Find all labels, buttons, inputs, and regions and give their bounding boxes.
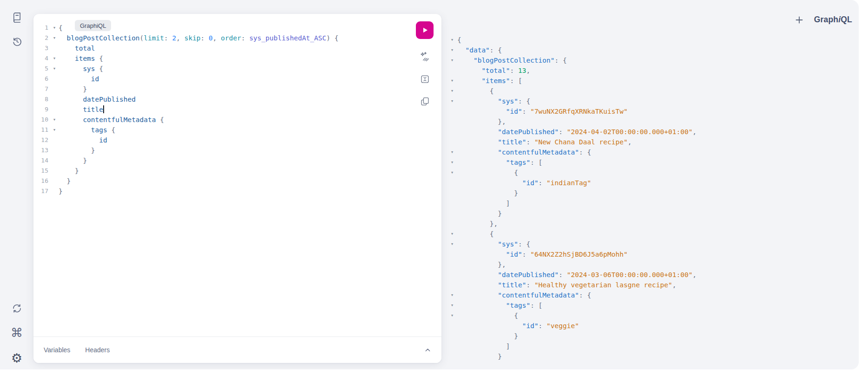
fold-gutter <box>447 178 457 188</box>
fold-arrow[interactable]: ▾ <box>50 64 59 74</box>
code-text: "id": "indianTag" <box>457 178 859 188</box>
code-text: } <box>59 155 409 166</box>
graphiql-app: ⌘ ⚙ GraphiQL 1▾{2▾ blogPostCollection(li… <box>0 0 859 369</box>
code-text: "id": "64NX2Z2hSjBD6J5a6pMohh" <box>457 249 859 259</box>
code-text: } <box>59 176 409 186</box>
fold-gutter <box>50 166 59 176</box>
fold-gutter <box>50 84 59 94</box>
fold-arrow[interactable]: ▾ <box>447 229 457 239</box>
fold-gutter <box>50 155 59 166</box>
sidebar: ⌘ ⚙ <box>0 0 33 369</box>
session-tab[interactable]: GraphiQL <box>75 20 111 31</box>
fold-gutter <box>447 321 457 331</box>
fold-gutter <box>50 74 59 84</box>
line-number: 1 <box>33 23 50 33</box>
fold-arrow[interactable]: ▾ <box>50 53 59 64</box>
code-text: } <box>59 186 409 196</box>
fold-arrow[interactable]: ▾ <box>447 55 457 65</box>
fold-arrow[interactable]: ▾ <box>447 35 457 45</box>
response-line: ▾ { <box>447 168 859 178</box>
settings-icon[interactable]: ⚙ <box>7 349 26 368</box>
history-icon[interactable] <box>7 32 26 51</box>
docs-icon[interactable] <box>7 8 26 26</box>
line-number: 8 <box>33 94 50 104</box>
response-line: }, <box>447 116 859 127</box>
code-text: "items": [ <box>457 76 859 86</box>
tab-headers[interactable]: Headers <box>85 346 110 354</box>
line-number: 12 <box>33 135 50 145</box>
graphiql-logo: GraphiQL <box>814 15 852 25</box>
fold-arrow[interactable]: ▾ <box>447 157 457 168</box>
refetch-schema-icon[interactable] <box>7 299 26 317</box>
response-line: ▾{ <box>447 35 859 45</box>
code-text: blogPostCollection(limit: 2, skip: 0, or… <box>59 33 409 43</box>
fold-arrow[interactable]: ▾ <box>447 168 457 178</box>
fold-arrow[interactable]: ▾ <box>447 76 457 86</box>
code-text: { <box>457 168 859 178</box>
fold-arrow[interactable]: ▾ <box>447 86 457 96</box>
line-number: 11 <box>33 125 50 135</box>
fold-arrow[interactable]: ▾ <box>447 300 457 310</box>
response-line: "id": "7wuNX2GRfqXRNkaTKuisTw" <box>447 106 859 116</box>
fold-arrow[interactable]: ▾ <box>50 115 59 125</box>
code-text: { <box>457 86 859 96</box>
fold-arrow[interactable]: ▾ <box>447 290 457 300</box>
fold-arrow[interactable]: ▾ <box>447 147 457 157</box>
response-viewer: ▾{▾ "data": {▾ "blogPostCollection": { "… <box>442 0 859 369</box>
response-line: ▾ "sys": { <box>447 239 859 249</box>
fold-arrow[interactable]: ▾ <box>447 310 457 321</box>
fold-arrow[interactable]: ▾ <box>447 45 457 55</box>
tabs-header: GraphiQL <box>796 15 852 25</box>
fold-gutter <box>50 135 59 145</box>
add-tab-button[interactable] <box>796 16 803 24</box>
response-line: ▾ { <box>447 86 859 96</box>
tab-variables[interactable]: Variables <box>44 346 70 354</box>
query-editor[interactable]: 1▾{2▾ blogPostCollection(limit: 2, skip:… <box>33 23 409 196</box>
code-text: } <box>457 351 859 362</box>
response-line: ▾ "sys": { <box>447 96 859 106</box>
fold-arrow[interactable]: ▾ <box>50 125 59 135</box>
query-line: 10▾ contentfulMetadata { <box>33 115 409 125</box>
response-line: ] <box>447 198 859 208</box>
fold-gutter <box>447 280 457 290</box>
response-line: ▾ "blogPostCollection": { <box>447 55 859 65</box>
code-text: "datePublished": "2024-03-06T00:00:00.00… <box>457 270 859 280</box>
fold-arrow[interactable]: ▾ <box>50 23 59 33</box>
query-line: 14 } <box>33 155 409 166</box>
prettify-icon[interactable] <box>419 51 430 62</box>
code-text: "sys": { <box>457 96 859 106</box>
line-number: 3 <box>33 43 50 53</box>
fold-arrow[interactable]: ▾ <box>50 33 59 43</box>
query-line: 3 total <box>33 43 409 53</box>
fold-gutter <box>447 219 457 229</box>
execute-button[interactable] <box>416 21 434 39</box>
collapse-editor-tools-button[interactable] <box>424 347 431 354</box>
response-line: ▾ "contentfulMetadata": { <box>447 147 859 157</box>
code-text: } <box>457 188 859 198</box>
fold-gutter <box>50 176 59 186</box>
code-text: tags { <box>59 125 409 135</box>
response-line: ▾ "data": { <box>447 45 859 55</box>
query-line: 8 datePublished <box>33 94 409 104</box>
keyboard-shortcut-icon[interactable]: ⌘ <box>7 323 26 342</box>
query-line: 7 } <box>33 84 409 94</box>
fold-arrow[interactable]: ▾ <box>447 96 457 106</box>
query-line: 16 } <box>33 176 409 186</box>
response-line: "title": "New Chana Daal recipe", <box>447 137 859 147</box>
fold-gutter <box>447 198 457 208</box>
copy-icon[interactable] <box>419 96 430 107</box>
code-text: } <box>59 166 409 176</box>
merge-icon[interactable] <box>419 73 430 84</box>
response-line: } <box>447 208 859 219</box>
code-text: { <box>59 23 409 33</box>
editor-footer: Variables Headers <box>33 336 441 363</box>
response-line: } <box>447 331 859 341</box>
line-number: 2 <box>33 33 50 43</box>
response-line: }, <box>447 219 859 229</box>
line-number: 17 <box>33 186 50 196</box>
code-text: "tags": [ <box>457 157 859 168</box>
fold-arrow[interactable]: ▾ <box>447 239 457 249</box>
query-line: 15 } <box>33 166 409 176</box>
code-text: "blogPostCollection": { <box>457 55 859 65</box>
fold-gutter <box>447 116 457 127</box>
